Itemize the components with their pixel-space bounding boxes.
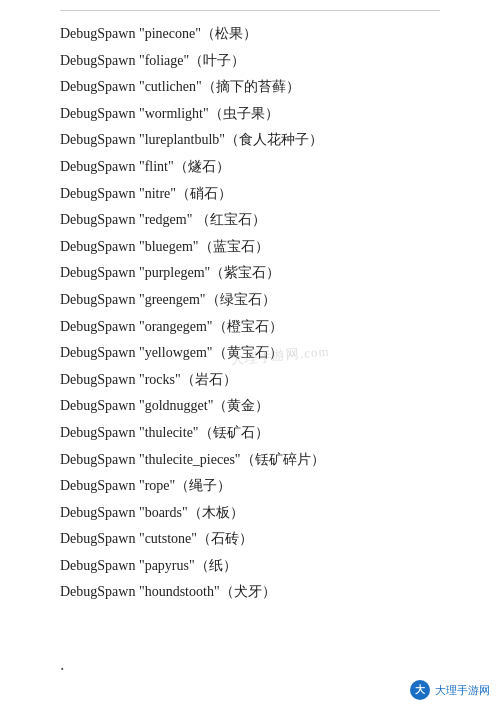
debug-spawn-keyword: DebugSpawn [60, 79, 139, 94]
item-cn-label: （绳子） [175, 478, 231, 493]
list-item: DebugSpawn "yellowgem"（黄宝石） [60, 340, 440, 367]
item-cn-label: （黄金） [213, 398, 269, 413]
item-cn-label: （紫宝石） [210, 265, 280, 280]
list-item: DebugSpawn "orangegem"（橙宝石） [60, 314, 440, 341]
footer: 大 大理手游网 [410, 680, 490, 700]
list-item: DebugSpawn "wormlight"（虫子果） [60, 101, 440, 128]
debug-spawn-keyword: DebugSpawn [60, 106, 139, 121]
debug-spawn-keyword: DebugSpawn [60, 372, 139, 387]
list-item: DebugSpawn "lureplantbulb"（食人花种子） [60, 127, 440, 154]
item-name: "lureplantbulb" [139, 132, 225, 147]
item-cn-label: （燧石） [174, 159, 230, 174]
list-item: DebugSpawn "pinecone"（松果） [60, 21, 440, 48]
debug-spawn-keyword: DebugSpawn [60, 265, 139, 280]
item-name: "cutstone" [139, 531, 197, 546]
item-cn-label: （黄宝石） [213, 345, 283, 360]
item-cn-label: （红宝石） [192, 212, 266, 227]
item-name: "goldnugget" [139, 398, 213, 413]
item-name: "nitre" [139, 186, 176, 201]
list-item: DebugSpawn "greengem"（绿宝石） [60, 287, 440, 314]
item-cn-label: （橙宝石） [213, 319, 283, 334]
item-cn-label: （食人花种子） [225, 132, 323, 147]
list-item: DebugSpawn "nitre"（硝石） [60, 181, 440, 208]
debug-spawn-keyword: DebugSpawn [60, 584, 139, 599]
item-cn-label: （摘下的苔藓） [202, 79, 300, 94]
debug-spawn-keyword: DebugSpawn [60, 53, 139, 68]
item-cn-label: （纸） [195, 558, 237, 573]
list-item: DebugSpawn "papyrus"（纸） [60, 553, 440, 580]
debug-spawn-keyword: DebugSpawn [60, 319, 139, 334]
debug-spawn-keyword: DebugSpawn [60, 398, 139, 413]
list-item: DebugSpawn "cutstone"（石砖） [60, 526, 440, 553]
debug-lines-container: DebugSpawn "pinecone"（松果）DebugSpawn "fol… [60, 21, 440, 606]
list-item: DebugSpawn "houndstooth"（犬牙） [60, 579, 440, 606]
content-area: DebugSpawn "pinecone"（松果）DebugSpawn "fol… [0, 11, 500, 646]
item-cn-label: （石砖） [197, 531, 253, 546]
bottom-dot: . [0, 646, 500, 682]
list-item: DebugSpawn "rope"（绳子） [60, 473, 440, 500]
item-cn-label: （铥矿石） [199, 425, 269, 440]
item-cn-label: （木板） [188, 505, 244, 520]
item-cn-label: （叶子） [189, 53, 245, 68]
item-name: "purplegem" [139, 265, 210, 280]
item-name: "boards" [139, 505, 188, 520]
debug-spawn-keyword: DebugSpawn [60, 239, 139, 254]
list-item: DebugSpawn "flint"（燧石） [60, 154, 440, 181]
item-name: "thulecite_pieces" [139, 452, 241, 467]
debug-spawn-keyword: DebugSpawn [60, 558, 139, 573]
debug-spawn-keyword: DebugSpawn [60, 132, 139, 147]
item-name: "flint" [139, 159, 174, 174]
debug-spawn-keyword: DebugSpawn [60, 159, 139, 174]
list-item: DebugSpawn "thulecite"（铥矿石） [60, 420, 440, 447]
item-cn-label: （岩石） [181, 372, 237, 387]
debug-spawn-keyword: DebugSpawn [60, 531, 139, 546]
list-item: DebugSpawn "redgem" （红宝石） [60, 207, 440, 234]
footer-logo: 大 [410, 680, 430, 700]
debug-spawn-keyword: DebugSpawn [60, 452, 139, 467]
list-item: DebugSpawn "purplegem"（紫宝石） [60, 260, 440, 287]
list-item: DebugSpawn "goldnugget"（黄金） [60, 393, 440, 420]
item-name: "orangegem" [139, 319, 213, 334]
item-name: "pinecone" [139, 26, 201, 41]
debug-spawn-keyword: DebugSpawn [60, 505, 139, 520]
debug-spawn-keyword: DebugSpawn [60, 478, 139, 493]
list-item: DebugSpawn "rocks"（岩石） [60, 367, 440, 394]
debug-spawn-keyword: DebugSpawn [60, 26, 139, 41]
item-cn-label: （松果） [201, 26, 257, 41]
item-cn-label: （绿宝石） [206, 292, 276, 307]
debug-spawn-keyword: DebugSpawn [60, 212, 139, 227]
item-cn-label: （虫子果） [209, 106, 279, 121]
item-cn-label: （硝石） [176, 186, 232, 201]
list-item: DebugSpawn "cutlichen"（摘下的苔藓） [60, 74, 440, 101]
item-name: "houndstooth" [139, 584, 220, 599]
item-name: "bluegem" [139, 239, 199, 254]
debug-spawn-keyword: DebugSpawn [60, 345, 139, 360]
list-item: DebugSpawn "foliage"（叶子） [60, 48, 440, 75]
item-name: "papyrus" [139, 558, 195, 573]
item-name: "greengem" [139, 292, 206, 307]
item-name: "yellowgem" [139, 345, 213, 360]
item-name: "rocks" [139, 372, 181, 387]
item-name: "foliage" [139, 53, 189, 68]
item-name: "wormlight" [139, 106, 209, 121]
item-cn-label: （铥矿碎片） [241, 452, 325, 467]
debug-spawn-keyword: DebugSpawn [60, 425, 139, 440]
item-name: "cutlichen" [139, 79, 202, 94]
list-item: DebugSpawn "bluegem"（蓝宝石） [60, 234, 440, 261]
list-item: DebugSpawn "boards"（木板） [60, 500, 440, 527]
item-cn-label: （蓝宝石） [199, 239, 269, 254]
debug-spawn-keyword: DebugSpawn [60, 292, 139, 307]
debug-spawn-keyword: DebugSpawn [60, 186, 139, 201]
item-name: "thulecite" [139, 425, 199, 440]
footer-text: 大理手游网 [435, 683, 490, 698]
list-item: DebugSpawn "thulecite_pieces"（铥矿碎片） [60, 447, 440, 474]
item-name: "redgem" [139, 212, 192, 227]
item-cn-label: （犬牙） [220, 584, 276, 599]
item-name: "rope" [139, 478, 175, 493]
